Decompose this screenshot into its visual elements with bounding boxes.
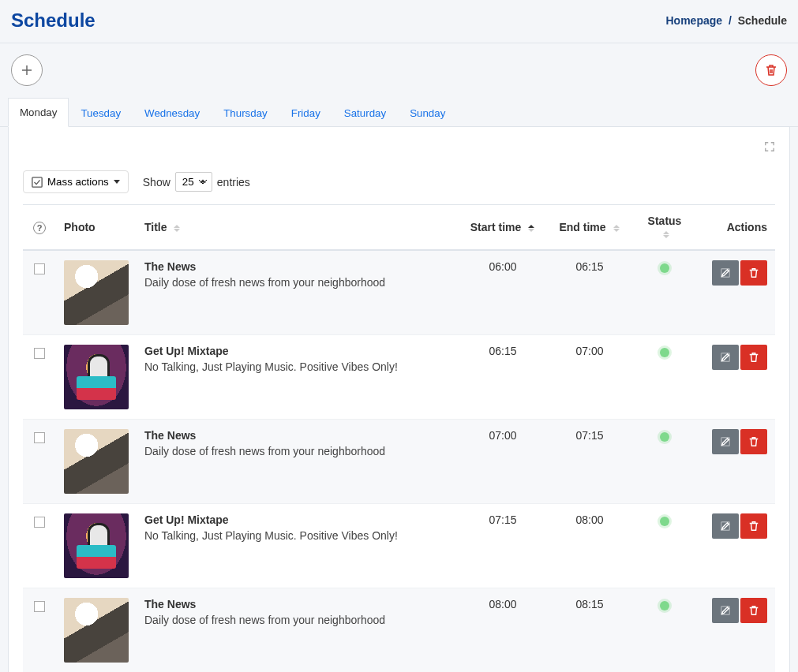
show-title: Get Up! Mixtape (144, 513, 451, 526)
col-start-time[interactable]: Start time (459, 205, 546, 251)
delete-button[interactable] (740, 513, 767, 539)
trash-icon (765, 64, 777, 77)
breadcrumb-current: Schedule (738, 14, 787, 27)
row-checkbox[interactable] (34, 517, 45, 528)
page-title: Schedule (11, 9, 96, 32)
expand-icon (764, 141, 775, 152)
show-thumbnail (64, 429, 129, 494)
end-time: 07:00 (546, 335, 633, 420)
end-time: 07:15 (546, 420, 633, 504)
show-description: Daily dose of fresh news from your neigh… (144, 445, 451, 457)
checkbox-icon (32, 177, 43, 188)
start-time: 07:15 (459, 504, 546, 588)
entries-label: entries (217, 176, 250, 189)
mass-actions-dropdown[interactable]: Mass actions (23, 170, 129, 193)
show-title: The News (144, 429, 451, 442)
status-indicator (660, 348, 669, 357)
table-row: Get Up! MixtapeNo Talking, Just Playing … (23, 335, 775, 420)
edit-button[interactable] (712, 260, 739, 286)
tab-friday[interactable]: Friday (279, 98, 332, 127)
edit-button[interactable] (712, 513, 739, 539)
show-thumbnail (64, 598, 129, 663)
row-checkbox[interactable] (34, 348, 45, 359)
tab-tuesday[interactable]: Tuesday (69, 98, 133, 127)
row-checkbox[interactable] (34, 263, 45, 274)
breadcrumb-home-link[interactable]: Homepage (666, 14, 723, 27)
delete-all-button[interactable] (755, 54, 787, 86)
col-end-label: End time (559, 221, 605, 233)
show-title: Get Up! Mixtape (144, 345, 451, 357)
show-title: The News (144, 598, 451, 610)
col-photo[interactable]: Photo (56, 205, 137, 251)
status-indicator (660, 517, 669, 526)
end-time: 08:00 (546, 504, 633, 588)
breadcrumb: Homepage / Schedule (666, 14, 788, 27)
delete-button[interactable] (740, 429, 767, 454)
start-time: 07:00 (459, 420, 546, 504)
svg-rect-2 (32, 177, 42, 186)
status-indicator (660, 601, 669, 610)
edit-button[interactable] (712, 345, 739, 370)
plus-icon (21, 64, 33, 77)
schedule-table: ? Photo Title Start time End time (23, 204, 775, 672)
status-indicator (660, 263, 669, 273)
edit-icon (720, 436, 731, 447)
col-start-label: Start time (470, 221, 522, 233)
edit-icon (720, 352, 731, 363)
show-title: The News (144, 260, 451, 273)
trash-icon (748, 521, 759, 532)
page-size-select[interactable]: 25 (175, 172, 212, 192)
sort-asc-icon (527, 224, 535, 233)
edit-button[interactable] (712, 598, 739, 623)
sort-icon (173, 224, 181, 233)
fullscreen-toggle[interactable] (764, 142, 775, 155)
table-row: The NewsDaily dose of fresh news from yo… (23, 588, 775, 673)
day-tabs: MondayTuesdayWednesdayThursdayFridaySatu… (0, 97, 798, 127)
col-title[interactable]: Title (137, 205, 459, 251)
add-button[interactable] (11, 54, 43, 86)
col-end-time[interactable]: End time (546, 205, 633, 251)
col-status-label: Status (648, 215, 682, 227)
tab-sunday[interactable]: Sunday (398, 98, 457, 127)
show-thumbnail (64, 260, 129, 325)
delete-button[interactable] (740, 260, 767, 286)
start-time: 08:00 (459, 588, 546, 673)
show-description: Daily dose of fresh news from your neigh… (144, 276, 451, 289)
trash-icon (748, 267, 759, 278)
end-time: 06:15 (546, 250, 633, 335)
help-icon[interactable]: ? (33, 222, 46, 234)
tab-saturday[interactable]: Saturday (332, 98, 398, 127)
trash-icon (748, 436, 759, 447)
status-indicator (660, 432, 669, 442)
show-label: Show (143, 176, 170, 189)
row-checkbox[interactable] (34, 432, 45, 443)
col-actions: Actions (696, 205, 775, 251)
show-thumbnail (64, 345, 129, 409)
edit-icon (720, 605, 731, 616)
table-row: The NewsDaily dose of fresh news from yo… (23, 420, 775, 504)
col-title-label: Title (144, 221, 167, 233)
col-status[interactable]: Status (633, 205, 696, 251)
delete-button[interactable] (740, 345, 767, 370)
sort-icon (613, 224, 620, 233)
trash-icon (748, 352, 759, 363)
delete-button[interactable] (740, 598, 767, 623)
sort-icon (662, 230, 670, 239)
start-time: 06:15 (459, 335, 546, 420)
edit-button[interactable] (712, 429, 739, 454)
edit-icon (720, 267, 731, 278)
start-time: 06:00 (459, 250, 546, 335)
tab-wednesday[interactable]: Wednesday (133, 98, 212, 127)
mass-actions-label: Mass actions (47, 176, 109, 188)
caret-down-icon (114, 180, 120, 184)
tab-monday[interactable]: Monday (8, 98, 69, 127)
edit-icon (720, 521, 731, 532)
tab-thursday[interactable]: Thursday (212, 98, 279, 127)
show-description: No Talking, Just Playing Music. Positive… (144, 529, 451, 542)
show-description: No Talking, Just Playing Music. Positive… (144, 360, 451, 373)
table-row: Get Up! MixtapeNo Talking, Just Playing … (23, 504, 775, 588)
table-row: The NewsDaily dose of fresh news from yo… (23, 250, 775, 335)
end-time: 08:15 (546, 588, 633, 673)
show-description: Daily dose of fresh news from your neigh… (144, 614, 451, 626)
row-checkbox[interactable] (34, 601, 45, 612)
